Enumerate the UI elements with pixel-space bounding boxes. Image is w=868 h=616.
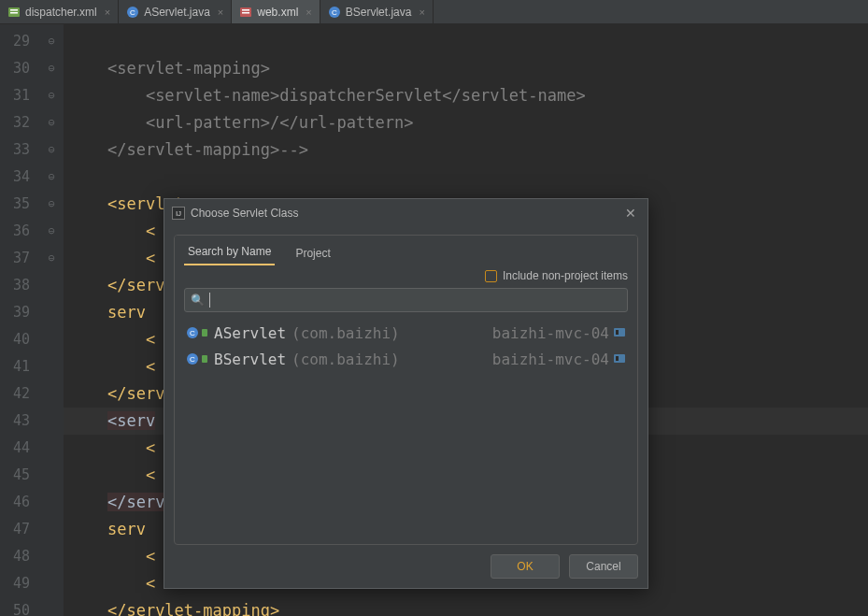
tab-label: dispatcher.xml [25, 6, 97, 19]
code-line[interactable]: <url-pattern>/</url-pattern> [64, 109, 868, 136]
choose-servlet-dialog: IJ Choose Servlet Class ✕ Search by Name… [164, 198, 648, 589]
line-number: 36 [0, 218, 39, 245]
line-number: 37 [0, 245, 39, 272]
svg-rect-14 [616, 330, 619, 335]
svg-rect-12 [202, 329, 207, 337]
fold-toggle[interactable]: ⊖ [39, 82, 64, 109]
line-number: 41 [0, 353, 39, 380]
svg-rect-1 [10, 9, 18, 11]
svg-text:C: C [190, 355, 195, 364]
line-number: 31 [0, 82, 39, 109]
dialog-body: Search by Name Project Include non-proje… [164, 227, 647, 545]
line-number: 29 [0, 28, 39, 55]
line-number: 45 [0, 462, 39, 489]
result-package: (com.baizhi) [292, 324, 400, 342]
dialog-tab-row: Search by Name Project [175, 236, 637, 265]
tab-label: AServlet.java [144, 6, 210, 19]
code-line[interactable] [64, 28, 868, 55]
result-package: (com.baizhi) [292, 351, 400, 368]
fold-toggle[interactable]: ⊖ [39, 218, 64, 245]
line-number: 42 [0, 380, 39, 408]
line-number: 32 [0, 109, 39, 136]
line-number: 47 [0, 516, 39, 543]
intellij-icon: IJ [172, 207, 185, 220]
editor-tab[interactable]: dispatcher.xml× [0, 0, 119, 23]
result-module: baizhi-mvc-04 [492, 324, 626, 342]
svg-text:C: C [190, 329, 195, 337]
ok-button[interactable]: OK [491, 554, 560, 579]
line-number: 43 [0, 408, 39, 435]
code-line[interactable] [64, 164, 868, 191]
fold-toggle[interactable]: ⊖ [39, 164, 64, 191]
include-nonproject-label: Include non-project items [503, 269, 628, 282]
line-number: 33 [0, 136, 39, 164]
search-icon: 🔍 [191, 294, 205, 307]
svg-text:C: C [332, 8, 337, 17]
fold-toggle[interactable]: ⊖ [39, 55, 64, 82]
fold-toggle[interactable]: ⊖ [39, 191, 64, 218]
close-icon[interactable]: ✕ [621, 204, 640, 222]
dialog-title-text: Choose Servlet Class [191, 207, 298, 220]
code-line[interactable]: </servlet-mapping>--> [64, 136, 868, 164]
line-number: 48 [0, 543, 39, 570]
fold-toggle[interactable]: ⊖ [39, 136, 64, 164]
svg-rect-17 [202, 355, 207, 363]
line-number: 30 [0, 55, 39, 82]
code-line[interactable]: <servlet-mapping> [64, 55, 868, 82]
line-number: 40 [0, 326, 39, 353]
line-number: 34 [0, 164, 39, 191]
class-icon: C [186, 352, 208, 365]
fold-toggle[interactable]: ⊖ [39, 28, 64, 55]
dialog-titlebar: IJ Choose Servlet Class ✕ [164, 199, 647, 227]
result-class-name: BServlet [214, 351, 286, 368]
tab-search-by-name[interactable]: Search by Name [184, 241, 275, 265]
result-item[interactable]: CAServlet (com.baizhi)baizhi-mvc-04 [184, 320, 628, 346]
java-file-icon: C [328, 6, 341, 19]
xml-file-icon [7, 6, 21, 19]
tab-close-icon[interactable]: × [105, 7, 110, 18]
module-icon [613, 351, 626, 368]
tab-close-icon[interactable]: × [419, 7, 424, 18]
fold-column: ⊖⊖⊖⊖⊖⊖⊖⊖⊖ [39, 24, 64, 616]
java-file-icon: C [126, 6, 139, 19]
tab-close-icon[interactable]: × [306, 7, 311, 18]
svg-rect-13 [614, 328, 625, 337]
search-input[interactable] [208, 294, 621, 308]
include-nonproject-checkbox[interactable] [485, 270, 497, 282]
svg-text:C: C [130, 8, 135, 17]
search-input-wrapper[interactable]: 🔍 [184, 288, 628, 312]
class-icon: C [186, 326, 208, 339]
result-module: baizhi-mvc-04 [492, 351, 626, 368]
line-number: 50 [0, 597, 39, 616]
tab-close-icon[interactable]: × [218, 7, 223, 18]
line-number: 38 [0, 272, 39, 299]
svg-rect-7 [242, 12, 249, 14]
webxml-file-icon [239, 6, 252, 19]
line-number: 46 [0, 489, 39, 516]
cancel-button[interactable]: Cancel [569, 554, 638, 579]
editor-tab[interactable]: CBServlet.java× [320, 0, 434, 23]
svg-rect-19 [616, 356, 619, 361]
svg-rect-6 [242, 9, 249, 11]
fold-toggle[interactable]: ⊖ [39, 245, 64, 272]
svg-rect-2 [10, 12, 18, 14]
module-icon [613, 324, 626, 342]
code-line[interactable]: </servlet-mapping> [64, 597, 868, 616]
editor-tab[interactable]: CAServlet.java× [119, 0, 232, 23]
line-number: 35 [0, 191, 39, 218]
svg-rect-18 [614, 354, 625, 363]
result-list: CAServlet (com.baizhi)baizhi-mvc-04 CBSe… [175, 318, 637, 374]
result-item[interactable]: CBServlet (com.baizhi)baizhi-mvc-04 [184, 346, 628, 372]
text-caret [209, 293, 210, 308]
tab-project[interactable]: Project [292, 243, 334, 265]
line-number: 49 [0, 570, 39, 597]
tab-label: BServlet.java [346, 6, 412, 19]
line-number-gutter: 2930313233343536373839404142434445464748… [0, 24, 39, 616]
line-number: 44 [0, 435, 39, 462]
result-class-name: AServlet [214, 324, 286, 342]
fold-toggle[interactable]: ⊖ [39, 109, 64, 136]
line-number: 39 [0, 299, 39, 326]
editor-tab[interactable]: web.xml× [232, 0, 320, 23]
editor-tab-bar: dispatcher.xml×CAServlet.java×web.xml×CB… [0, 0, 868, 24]
code-line[interactable]: <servlet-name>dispatcherServlet</servlet… [64, 82, 868, 109]
